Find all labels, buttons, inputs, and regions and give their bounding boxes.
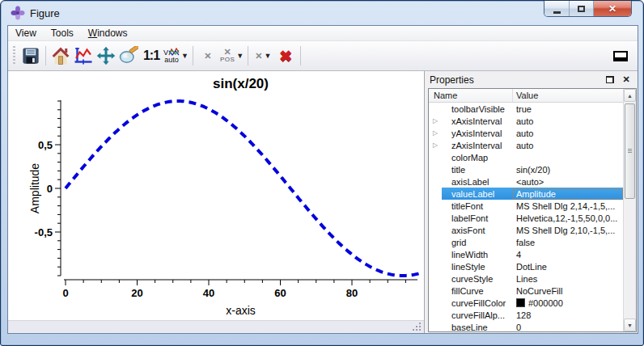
expand-arrow-icon[interactable]: ▷: [429, 117, 442, 124]
toolbar-drag-handle[interactable]: [13, 46, 15, 65]
title-bar[interactable]: Figure ✕: [1, 1, 643, 25]
scrollbar-thumb[interactable]: [625, 103, 635, 199]
property-row-toolbarVisible[interactable]: toolbarVisibletrue: [429, 103, 623, 115]
property-row-yAxisInterval[interactable]: ▷yAxisIntervalauto: [429, 127, 623, 139]
properties-tree-header[interactable]: Name Value: [429, 89, 623, 103]
move-button[interactable]: [95, 44, 117, 67]
property-value[interactable]: sin(x/20): [513, 165, 623, 175]
property-row-axisFont[interactable]: axisFontMS Shell Dlg 2,10,-1,5,...: [429, 224, 623, 236]
plot-canvas[interactable]: sin(x/20)0,50-0,5020406080x-axisAmplitud…: [8, 71, 425, 320]
one-to-one-button[interactable]: 1:1: [141, 44, 162, 67]
plot-pane: sin(x/20)0,50-0,5020406080x-axisAmplitud…: [8, 71, 425, 333]
home-button[interactable]: [50, 44, 71, 67]
property-row-curveStyle[interactable]: curveStyleLines: [429, 272, 623, 285]
property-name[interactable]: curveFillColor: [442, 298, 513, 308]
property-row-title[interactable]: titlesin(x/20): [429, 163, 623, 175]
property-cells: gridfalse: [442, 236, 623, 248]
close-button[interactable]: ✕: [594, 1, 631, 17]
property-name[interactable]: titleFont: [442, 201, 513, 211]
property-name[interactable]: labelFont: [442, 213, 513, 223]
property-name[interactable]: curveStyle: [442, 274, 513, 284]
property-name[interactable]: baseLine: [442, 323, 513, 332]
property-row-axisLabel[interactable]: axisLabel<auto>: [429, 175, 623, 188]
zoom-edit-button[interactable]: [118, 44, 139, 67]
property-name[interactable]: lineStyle: [442, 262, 513, 272]
dock-float-button[interactable]: [604, 74, 616, 86]
property-value[interactable]: 0: [513, 323, 623, 332]
property-value[interactable]: #000000: [513, 298, 623, 308]
scroll-up-icon[interactable]: ▲: [624, 89, 636, 102]
x-tick-label: 20: [131, 287, 142, 299]
minimize-button[interactable]: [544, 1, 570, 17]
resize-grip[interactable]: [413, 322, 422, 331]
menu-item-tools[interactable]: Tools: [44, 26, 81, 40]
property-row-curveFillAlp[interactable]: curveFillAlp...128: [429, 309, 623, 321]
expand-arrow-icon[interactable]: ▷: [429, 129, 442, 137]
property-value[interactable]: MS Shell Dlg 2,14,-1,5,...: [513, 201, 623, 211]
v-auto-scale-button[interactable]: V auto ▼: [163, 44, 189, 67]
property-row-curveFillColor[interactable]: curveFillColor#000000: [429, 297, 623, 309]
property-row-fillCurve[interactable]: fillCurveNoCurveFill: [429, 285, 623, 297]
property-row-lineWidth[interactable]: lineWidth4: [429, 248, 623, 260]
menu-bar: ViewToolsWindows: [8, 26, 638, 41]
property-row-grid[interactable]: gridfalse: [429, 236, 623, 248]
scrollbar-track[interactable]: [624, 102, 636, 319]
property-row-colorMap[interactable]: colorMap: [429, 151, 623, 163]
properties-scrollbar[interactable]: ▲ ▼: [623, 89, 636, 331]
property-name[interactable]: lineWidth: [442, 250, 513, 260]
menu-item-view[interactable]: View: [8, 26, 44, 40]
property-value[interactable]: MS Shell Dlg 2,10,-1,5,...: [513, 226, 623, 235]
property-value[interactable]: 4: [513, 250, 623, 260]
property-name[interactable]: grid: [442, 238, 513, 247]
property-name[interactable]: yAxisInterval: [442, 129, 513, 138]
client-area: ViewToolsWindows: [7, 25, 638, 334]
property-row-titleFont[interactable]: titleFontMS Shell Dlg 2,14,-1,5,...: [429, 200, 623, 212]
expand-arrow-icon[interactable]: ▷: [429, 141, 442, 149]
property-name[interactable]: title: [442, 165, 513, 175]
property-value[interactable]: auto: [513, 141, 623, 150]
save-button[interactable]: [20, 44, 41, 67]
property-name[interactable]: valueLabel: [442, 189, 513, 199]
properties-dock-header[interactable]: Properties ✕: [425, 71, 638, 88]
property-name[interactable]: xAxisInterval: [442, 116, 513, 126]
property-value[interactable]: NoCurveFill: [513, 286, 623, 296]
property-row-xAxisInterval[interactable]: ▷xAxisIntervalauto: [429, 115, 623, 127]
property-row-labelFont[interactable]: labelFontHelvetica,12,-1,5,50,0,0...: [429, 212, 623, 224]
property-value[interactable]: auto: [513, 129, 623, 138]
property-name[interactable]: toolbarVisible: [442, 104, 513, 114]
marker-pos-button[interactable]: ✕ POS ▼: [220, 44, 244, 67]
property-value[interactable]: <auto>: [513, 177, 623, 187]
column-header-name[interactable]: Name: [429, 89, 513, 102]
menu-item-windows[interactable]: Windows: [81, 26, 135, 40]
property-name[interactable]: fillCurve: [442, 286, 513, 296]
panel-toggle-icon[interactable]: [613, 51, 628, 61]
property-row-valueLabel[interactable]: valueLabelAmplitude: [429, 188, 623, 200]
property-value[interactable]: auto: [513, 116, 623, 126]
toolbar-separator: [300, 46, 301, 65]
dock-close-button[interactable]: ✕: [620, 74, 633, 86]
property-cells: axisFontMS Shell Dlg 2,10,-1,5,...: [442, 224, 623, 236]
property-row-lineStyle[interactable]: lineStyleDotLine: [429, 260, 623, 272]
property-name[interactable]: colorMap: [442, 153, 513, 162]
marker-x-button[interactable]: ✕: [197, 44, 218, 67]
property-value[interactable]: false: [513, 238, 623, 247]
property-value[interactable]: Lines: [513, 274, 623, 284]
property-value[interactable]: DotLine: [513, 262, 623, 272]
property-value[interactable]: true: [513, 104, 623, 114]
marker-x2-button[interactable]: ✕ ▼: [252, 44, 273, 67]
property-name[interactable]: zAxisInterval: [442, 141, 513, 150]
property-name[interactable]: axisLabel: [442, 177, 513, 187]
property-name[interactable]: curveFillAlp...: [442, 310, 513, 320]
property-cells: toolbarVisibletrue: [442, 103, 623, 115]
delete-all-button[interactable]: ✖: [275, 44, 296, 67]
property-row-zAxisInterval[interactable]: ▷zAxisIntervalauto: [429, 139, 623, 151]
property-value[interactable]: 128: [513, 310, 623, 320]
property-row-baseLine[interactable]: baseLine0: [429, 321, 623, 331]
scroll-down-icon[interactable]: ▼: [624, 319, 636, 331]
property-value[interactable]: Helvetica,12,-1,5,50,0,0...: [513, 213, 623, 223]
property-name[interactable]: axisFont: [442, 226, 513, 235]
maximize-button[interactable]: [570, 1, 594, 17]
property-value[interactable]: Amplitude: [513, 189, 623, 199]
axes-scale-button[interactable]: [73, 44, 94, 67]
column-header-value[interactable]: Value: [513, 89, 623, 102]
